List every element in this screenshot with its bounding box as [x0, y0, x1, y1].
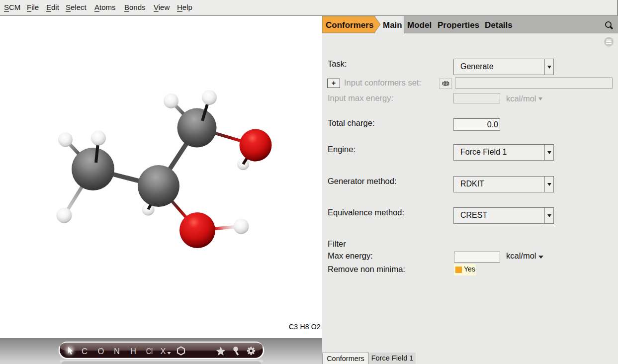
- svg-text:N: N: [114, 347, 120, 356]
- svg-text:C: C: [82, 347, 88, 356]
- svg-text:H: H: [130, 347, 136, 356]
- svg-text:Cl: Cl: [146, 347, 153, 356]
- svg-text:O: O: [98, 347, 104, 356]
- svg-text:X: X: [160, 347, 166, 356]
